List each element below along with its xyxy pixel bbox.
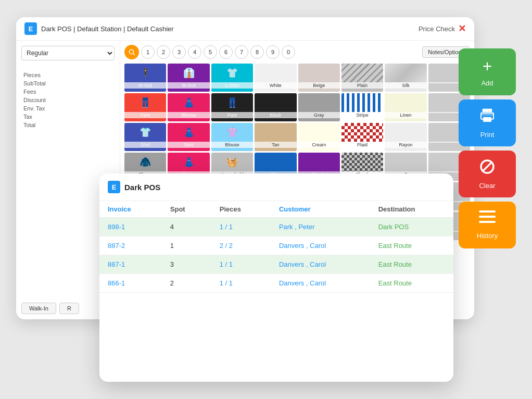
- history-button[interactable]: History: [459, 202, 516, 248]
- num-btn-1[interactable]: 1: [141, 45, 155, 59]
- walk-in-button[interactable]: Walk-In: [21, 303, 56, 314]
- cell-customer: Park , Peter: [271, 218, 370, 236]
- modal-header: E Dark POS: [99, 173, 453, 201]
- svg-rect-10: [479, 221, 496, 223]
- item-linen[interactable]: Linen: [385, 93, 426, 121]
- item-silk[interactable]: Silk: [385, 64, 426, 92]
- modal-title: Dark POS: [124, 183, 160, 192]
- table-row[interactable]: 866-1 2 1 / 1 Danvers , Carol East Route: [99, 274, 453, 293]
- modal-table: Invoice Spot Pieces Customer Destination…: [99, 201, 453, 293]
- modal-logo: E: [108, 181, 120, 193]
- r-button[interactable]: R: [59, 303, 79, 314]
- svg-rect-8: [479, 210, 496, 213]
- item-beige[interactable]: Beige: [298, 64, 340, 92]
- num-btn-3[interactable]: 3: [172, 45, 186, 59]
- category-dropdown[interactable]: Regular Express: [21, 46, 115, 60]
- pos-header: E Dark POS | Default Station | Default C…: [16, 17, 474, 41]
- item-shirt[interactable]: 👕Shirt: [124, 123, 166, 151]
- cell-spot: 2: [162, 274, 211, 293]
- item-w-suit[interactable]: 👔W-Suit: [168, 64, 209, 92]
- num-btn-5[interactable]: 5: [204, 45, 217, 59]
- cell-pieces: 1 / 1: [211, 218, 271, 236]
- action-panel: + Add Print Clear: [459, 48, 516, 248]
- svg-rect-9: [479, 216, 496, 218]
- item-plain[interactable]: Plain: [341, 64, 383, 92]
- history-icon: [479, 210, 496, 229]
- cell-customer: Danvers , Carol: [271, 236, 370, 255]
- add-label: Add: [481, 79, 493, 87]
- item-tan[interactable]: Tan: [255, 123, 296, 151]
- cell-destination: Dark POS: [370, 218, 453, 236]
- clear-icon: [479, 158, 496, 179]
- col-invoice: Invoice: [99, 201, 162, 218]
- category-nav: 1 2 3 4 5 6 7 8 9 0 Notes/Options: [124, 45, 470, 59]
- table-row[interactable]: 887-2 1 2 / 2 Danvers , Carol East Route: [99, 236, 453, 255]
- close-button[interactable]: ✕: [458, 23, 466, 34]
- num-btn-0[interactable]: 0: [282, 45, 295, 59]
- cell-spot: 3: [162, 255, 211, 274]
- history-label: History: [477, 232, 498, 240]
- svg-rect-2: [483, 109, 492, 113]
- cell-customer: Danvers , Carol: [271, 255, 370, 274]
- col-customer: Customer: [271, 201, 370, 218]
- num-btn-7[interactable]: 7: [235, 45, 248, 59]
- cell-pieces: 1 / 1: [211, 274, 271, 293]
- item-blouse-2[interactable]: 👚Blouse: [211, 123, 253, 151]
- cell-spot: 4: [162, 218, 211, 236]
- print-icon: [479, 107, 496, 128]
- summary-panel: Pieces SubTotal Fees Discount Env. Tax T…: [21, 71, 115, 129]
- col-spot: Spot: [162, 201, 211, 218]
- cell-destination: East Route: [370, 274, 453, 293]
- add-button[interactable]: + Add: [459, 48, 516, 95]
- tax-label: Tax: [23, 114, 32, 120]
- item-gray[interactable]: Gray: [298, 93, 340, 121]
- price-check-label: Price Check: [419, 25, 455, 33]
- item-plaid[interactable]: Plaid: [341, 123, 383, 151]
- search-button[interactable]: [124, 45, 139, 59]
- cell-invoice: 887-2: [99, 236, 162, 255]
- num-btn-9[interactable]: 9: [266, 45, 280, 59]
- clear-button[interactable]: Clear: [459, 151, 516, 197]
- table-row[interactable]: 898-1 4 1 / 1 Park , Peter Dark POS: [99, 218, 453, 236]
- item-l-shirt[interactable]: 👕L-Shirt: [211, 64, 253, 92]
- pos-logo: E: [24, 22, 37, 35]
- item-black[interactable]: Black: [255, 93, 296, 121]
- item-pant-2[interactable]: 👖Pant: [211, 93, 253, 121]
- num-btn-8[interactable]: 8: [250, 45, 264, 59]
- svg-line-7: [483, 162, 492, 172]
- cell-spot: 1: [162, 236, 211, 255]
- add-icon: +: [483, 57, 492, 76]
- item-blouse[interactable]: 👗Blouse: [168, 93, 209, 121]
- num-btn-6[interactable]: 6: [219, 45, 233, 59]
- col-pieces: Pieces: [211, 201, 271, 218]
- cell-pieces: 2 / 2: [211, 236, 271, 255]
- num-btn-4[interactable]: 4: [188, 45, 201, 59]
- pos-title: Dark POS | Default Station | Default Cas…: [41, 25, 174, 33]
- clear-label: Clear: [479, 182, 495, 190]
- item-skirt[interactable]: 👗Skirt: [168, 123, 209, 151]
- print-button[interactable]: Print: [459, 99, 516, 146]
- item-white[interactable]: White: [255, 64, 296, 92]
- svg-point-0: [129, 49, 133, 54]
- num-btn-2[interactable]: 2: [157, 45, 170, 59]
- subtotal-label: SubTotal: [23, 80, 46, 86]
- item-rayon[interactable]: Rayon: [385, 123, 426, 151]
- item-pant-1[interactable]: 👖Pant: [124, 93, 166, 121]
- total-label: Total: [23, 122, 35, 128]
- modal-card: E Dark POS Invoice Spot Pieces Customer …: [99, 173, 453, 382]
- item-cream[interactable]: Cream: [298, 123, 340, 151]
- svg-line-1: [133, 54, 135, 55]
- cell-invoice: 898-1: [99, 218, 162, 236]
- table-row[interactable]: 887-1 3 1 / 1 Danvers , Carol East Route: [99, 255, 453, 274]
- cell-pieces: 1 / 1: [211, 255, 271, 274]
- cell-destination: East Route: [370, 255, 453, 274]
- env-tax-label: Env. Tax: [23, 105, 45, 111]
- cell-invoice: 866-1: [99, 274, 162, 293]
- svg-rect-4: [483, 117, 491, 122]
- cell-customer: Danvers , Carol: [271, 274, 370, 293]
- print-label: Print: [480, 131, 495, 139]
- svg-rect-5: [481, 113, 493, 116]
- item-m-suit[interactable]: 🕴M-Suit: [124, 64, 166, 92]
- pieces-label: Pieces: [23, 72, 41, 78]
- item-stripe[interactable]: Stripe: [341, 93, 383, 121]
